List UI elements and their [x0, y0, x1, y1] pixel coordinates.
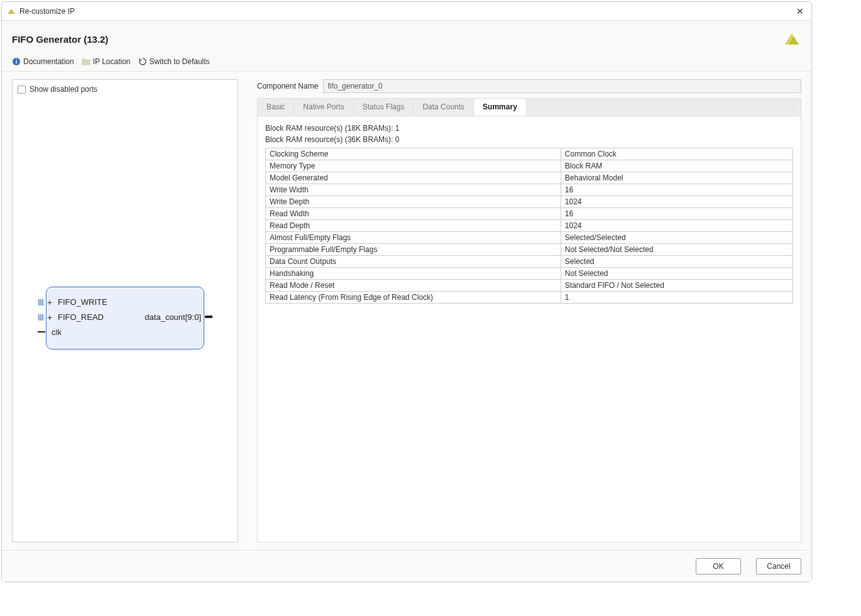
summary-value: Standard FIFO / Not Selected — [561, 280, 792, 292]
ip-location-link[interactable]: IP Location — [82, 57, 131, 66]
port-clk[interactable]: clk — [38, 327, 62, 337]
ip-symbol-area: + FIFO_WRITE + FIFO_READ clk — [18, 99, 233, 537]
cancel-button[interactable]: Cancel — [756, 558, 801, 575]
summary-key: Read Depth — [266, 220, 561, 232]
expand-icon: + — [45, 312, 54, 322]
summary-value: Behavioral Model — [561, 172, 792, 184]
summary-key: Read Width — [266, 208, 561, 220]
component-name-input[interactable] — [323, 79, 801, 93]
port-fifo-read[interactable]: + FIFO_READ — [38, 312, 104, 322]
bram-36k-info: Block RAM resource(s) (36K BRAMs): 0 — [265, 135, 793, 144]
content-area: Show disabled ports + FIFO_WRITE — [2, 72, 811, 550]
port-fifo-write[interactable]: + FIFO_WRITE — [38, 297, 107, 307]
summary-value: Common Clock — [561, 148, 792, 160]
summary-key: Almost Full/Empty Flags — [266, 232, 561, 244]
summary-value: 1024 — [561, 220, 792, 232]
port-label: clk — [52, 327, 62, 337]
summary-key: Write Width — [266, 184, 561, 196]
table-row: Write Width16 — [266, 184, 793, 196]
wire-icon — [38, 331, 45, 333]
refresh-icon — [138, 57, 147, 66]
bram-18k-info: Block RAM resource(s) (18K BRAMs): 1 — [265, 124, 793, 133]
bus-icon — [38, 299, 44, 306]
tab-basic[interactable]: Basic — [258, 99, 294, 116]
summary-value: 16 — [561, 208, 792, 220]
component-name-label: Component Name — [257, 82, 318, 91]
table-row: Model GeneratedBehavioral Model — [266, 172, 793, 184]
summary-value: Not Selected — [561, 268, 792, 280]
port-label: FIFO_WRITE — [58, 297, 107, 307]
show-disabled-label: Show disabled ports — [30, 85, 97, 94]
summary-key: Handshaking — [266, 268, 561, 280]
config-panel: Component Name Basic Native Ports Status… — [257, 79, 801, 542]
summary-value: Not Selected/Not Selected — [561, 244, 792, 256]
vivado-logo-icon — [7, 7, 16, 16]
table-row: Read Depth1024 — [266, 220, 793, 232]
show-disabled-ports-checkbox[interactable]: Show disabled ports — [18, 85, 233, 94]
summary-key: Memory Type — [266, 160, 561, 172]
table-row: Read Width16 — [266, 208, 793, 220]
port-label: FIFO_READ — [58, 312, 104, 322]
summary-key: Data Count Outputs — [266, 256, 561, 268]
checkbox-icon — [18, 85, 26, 94]
titlebar: Re-customize IP ✕ — [2, 2, 811, 21]
tabs-bar: Basic Native Ports Status Flags Data Cou… — [257, 98, 801, 116]
switch-defaults-link[interactable]: Switch to Defaults — [138, 57, 210, 66]
tab-status-flags[interactable]: Status Flags — [354, 99, 414, 116]
summary-key: Clocking Scheme — [266, 148, 561, 160]
recustomize-ip-window: Re-customize IP ✕ FIFO Generator (13.2) … — [1, 1, 812, 582]
window-title: Re-customize IP — [19, 7, 75, 16]
ip-symbol-panel: Show disabled ports + FIFO_WRITE — [12, 79, 238, 542]
tab-native-ports[interactable]: Native Ports — [294, 99, 353, 116]
folder-icon — [82, 57, 90, 66]
table-row: Read Latency (From Rising Edge of Read C… — [266, 292, 793, 304]
table-row: Clocking SchemeCommon Clock — [266, 148, 793, 160]
summary-key: Model Generated — [266, 172, 561, 184]
svg-text:i: i — [16, 58, 18, 65]
page-title: FIFO Generator (13.2) — [12, 34, 108, 45]
documentation-link[interactable]: i Documentation — [12, 57, 74, 66]
dialog-footer: OK Cancel — [2, 550, 811, 581]
port-label: data_count[9:0] — [145, 312, 201, 322]
close-button[interactable]: ✕ — [794, 6, 806, 16]
table-row: Data Count OutputsSelected — [266, 256, 793, 268]
table-row: Programmable Full/Empty FlagsNot Selecte… — [266, 244, 793, 256]
summary-value: Block RAM — [561, 160, 792, 172]
wire-icon — [205, 316, 212, 318]
bus-icon — [38, 314, 44, 321]
vivado-logo-large-icon — [782, 30, 801, 48]
switch-defaults-label: Switch to Defaults — [150, 57, 210, 66]
ip-location-label: IP Location — [93, 57, 131, 66]
summary-value: 1024 — [561, 196, 792, 208]
summary-value: Selected — [561, 256, 792, 268]
ip-block-symbol[interactable]: + FIFO_WRITE + FIFO_READ clk — [46, 287, 204, 349]
summary-key: Write Depth — [266, 196, 561, 208]
info-icon: i — [12, 57, 21, 66]
table-row: Read Mode / ResetStandard FIFO / Not Sel… — [266, 280, 793, 292]
table-row: Memory TypeBlock RAM — [266, 160, 793, 172]
header-section: FIFO Generator (13.2) i Documentation IP… — [2, 21, 811, 72]
summary-value: 1 — [561, 292, 792, 304]
documentation-label: Documentation — [23, 57, 74, 66]
table-row: HandshakingNot Selected — [266, 268, 793, 280]
component-name-row: Component Name — [257, 79, 801, 93]
tab-summary[interactable]: Summary — [474, 99, 527, 116]
summary-value: Selected/Selected — [561, 232, 792, 244]
table-row: Write Depth1024 — [266, 196, 793, 208]
summary-value: 16 — [561, 184, 792, 196]
ok-button[interactable]: OK — [696, 558, 741, 575]
tab-content-summary: Block RAM resource(s) (18K BRAMs): 1 Blo… — [257, 116, 801, 542]
expand-icon: + — [45, 297, 54, 307]
tab-data-counts[interactable]: Data Counts — [414, 99, 474, 116]
table-row: Almost Full/Empty FlagsSelected/Selected — [266, 232, 793, 244]
port-data-count[interactable]: data_count[9:0] — [145, 312, 212, 322]
summary-key: Programmable Full/Empty Flags — [266, 244, 561, 256]
summary-table: Clocking SchemeCommon ClockMemory TypeBl… — [265, 148, 793, 304]
summary-key: Read Mode / Reset — [266, 280, 561, 292]
summary-key: Read Latency (From Rising Edge of Read C… — [266, 292, 561, 304]
